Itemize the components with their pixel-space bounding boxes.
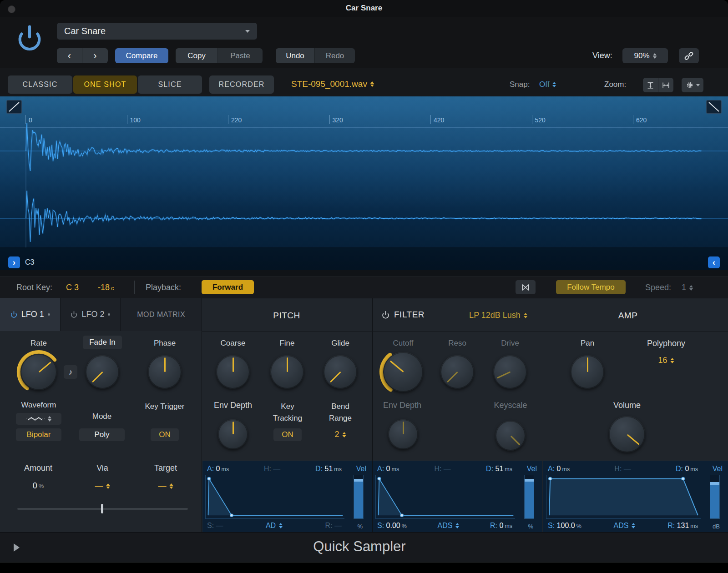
bend-range-dropdown[interactable]: 2 xyxy=(334,430,346,439)
lfo-polarity-selector[interactable]: Bipolar xyxy=(16,428,61,441)
copy-button[interactable]: Copy xyxy=(176,48,218,63)
polyphony-dropdown[interactable]: 16 xyxy=(658,356,674,365)
phase-knob[interactable] xyxy=(148,355,182,389)
filter-env-mode-dropdown[interactable]: ADS xyxy=(437,522,459,530)
link-button[interactable] xyxy=(679,48,699,63)
tab-one-shot[interactable]: ONE SHOT xyxy=(73,75,137,94)
tab-slice[interactable]: SLICE xyxy=(138,75,202,94)
polyphony-label: Polyphony xyxy=(647,339,685,348)
sample-filename: STE-095_0001.wav xyxy=(291,79,367,89)
zoom-label: Zoom: xyxy=(604,80,626,89)
tab-lfo2-label: LFO 2 xyxy=(81,310,104,319)
tab-lfo2[interactable]: LFO 2 xyxy=(61,298,121,331)
phase-label: Phase xyxy=(154,339,176,348)
loop-end-marker[interactable]: ‹ xyxy=(708,256,720,268)
zoom-horizontal-button[interactable] xyxy=(658,78,673,92)
tab-recorder[interactable]: RECORDER xyxy=(209,75,274,94)
via-label: Via xyxy=(96,463,108,473)
glide-knob[interactable] xyxy=(324,355,357,389)
key-trigger-toggle[interactable]: ON xyxy=(151,428,179,441)
power-icon[interactable] xyxy=(70,311,78,318)
next-preset-button[interactable]: › xyxy=(82,48,108,63)
filter-power-button[interactable] xyxy=(381,311,390,319)
loop-start-marker[interactable]: › xyxy=(8,256,20,268)
tab-lfo1-label: LFO 1 xyxy=(21,310,44,319)
prev-preset-button[interactable]: ‹ xyxy=(57,48,82,63)
coarse-knob[interactable] xyxy=(216,355,250,389)
filter-env-depth-knob[interactable] xyxy=(388,419,418,449)
snap-dropdown[interactable]: Off xyxy=(539,80,556,89)
pitch-envelope-display[interactable]: A: 0ms H: — D: 51ms Vel S: — AD R: — % xyxy=(202,461,372,533)
compare-button[interactable]: Compare xyxy=(115,48,168,63)
tab-lfo1[interactable]: LFO 1 xyxy=(0,298,61,331)
velocity-slider[interactable] xyxy=(710,475,720,519)
footer-disclosure-button[interactable] xyxy=(14,543,20,552)
filter-envelope-graph[interactable] xyxy=(375,475,515,519)
rate-knob[interactable] xyxy=(20,354,57,390)
root-key-value[interactable]: C 3 xyxy=(66,283,79,292)
crossfade-button[interactable] xyxy=(516,280,536,294)
header: Car Snare ‹ › Compare Copy Paste Undo Re… xyxy=(0,17,728,68)
vel-label: Vel xyxy=(527,465,537,473)
waveform-display[interactable]: 0100220320420520620 › C3 ‹ xyxy=(0,96,728,270)
power-icon[interactable] xyxy=(10,311,18,318)
action-menu-button[interactable] xyxy=(682,78,703,92)
view-label: View: xyxy=(592,51,612,60)
lfo-waveform-selector[interactable] xyxy=(16,413,61,425)
key-tracking-toggle[interactable]: ON xyxy=(273,428,302,441)
pitch-env-depth-knob[interactable] xyxy=(218,419,248,449)
fine-knob[interactable] xyxy=(270,355,304,389)
slider-thumb[interactable] xyxy=(101,504,103,513)
volume-knob[interactable] xyxy=(609,416,645,452)
redo-button[interactable]: Redo xyxy=(315,48,355,63)
stepper-icon xyxy=(170,483,173,489)
plugin-power-button[interactable] xyxy=(15,24,44,55)
sample-file-dropdown[interactable]: STE-095_0001.wav xyxy=(291,79,374,89)
amp-env-mode-dropdown[interactable]: ADS xyxy=(614,522,636,530)
fade-in-knob[interactable] xyxy=(86,355,119,389)
section-head-divider xyxy=(202,331,728,332)
lfo-amount-slider[interactable] xyxy=(17,508,188,510)
amount-value[interactable]: 0 % xyxy=(33,481,44,491)
undo-button[interactable]: Undo xyxy=(276,48,315,63)
via-dropdown[interactable]: — xyxy=(95,481,110,491)
window-close-button[interactable] xyxy=(8,5,15,13)
cutoff-knob[interactable] xyxy=(383,352,423,392)
follow-tempo-button[interactable]: Follow Tempo xyxy=(556,280,626,294)
power-icon xyxy=(15,24,44,53)
zoom-vertical-button[interactable] xyxy=(643,78,658,92)
pan-label: Pan xyxy=(581,339,594,348)
tab-classic[interactable]: CLASSIC xyxy=(8,75,72,94)
speed-dropdown[interactable]: 1 xyxy=(682,283,693,292)
lfo-mode-selector[interactable]: Poly xyxy=(79,428,125,441)
amp-envelope-display[interactable]: A: 0ms H: — D: 0ms Vel S: 100.0% ADS R: … xyxy=(543,461,728,533)
tune-value[interactable]: -18c xyxy=(98,283,114,292)
playback-direction-button[interactable]: Forward xyxy=(202,280,254,294)
velocity-slider[interactable] xyxy=(354,475,364,519)
tab-mod-matrix[interactable]: MOD MATRIX xyxy=(121,298,202,331)
fade-mode-selector[interactable]: Fade In xyxy=(83,336,122,349)
window-bottom-strip xyxy=(0,562,728,573)
drive-knob[interactable] xyxy=(493,355,527,389)
link-icon xyxy=(684,51,694,61)
filter-type-dropdown[interactable]: LP 12dB Lush xyxy=(469,311,527,320)
view-zoom-dropdown[interactable]: 90% xyxy=(622,48,668,63)
velocity-slider[interactable] xyxy=(524,475,534,519)
rate-label: Rate xyxy=(30,339,47,348)
pitch-envelope-graph[interactable] xyxy=(205,475,344,519)
amp-envelope-graph[interactable] xyxy=(546,475,701,519)
fade-in-handle[interactable] xyxy=(6,100,22,114)
reso-label: Reso xyxy=(448,339,466,348)
paste-button[interactable]: Paste xyxy=(218,48,263,63)
target-dropdown[interactable]: — xyxy=(158,481,173,491)
preset-dropdown[interactable]: Car Snare xyxy=(57,23,257,40)
pitch-env-mode-dropdown[interactable]: AD xyxy=(266,522,283,530)
vel-label: Vel xyxy=(713,465,723,473)
fade-out-handle[interactable] xyxy=(706,100,722,114)
filter-envelope-display[interactable]: A: 0ms H: — D: 51ms Vel S: 0.00% ADS R: … xyxy=(373,461,542,533)
reso-knob[interactable] xyxy=(440,355,474,389)
root-note-marker[interactable]: C3 xyxy=(25,258,34,266)
keyscale-knob[interactable] xyxy=(495,421,526,451)
pan-knob[interactable] xyxy=(571,355,604,389)
lfo-sync-note-button[interactable]: ♪ xyxy=(64,365,77,379)
